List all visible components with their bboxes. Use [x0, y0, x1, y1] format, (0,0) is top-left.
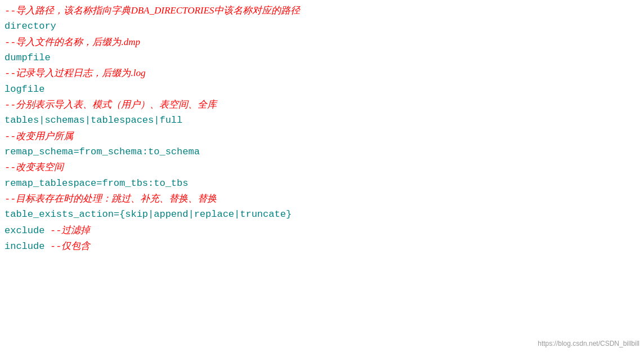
comment-prefix-16: -- — [50, 239, 61, 254]
code-text-12: remap_tablespace=from_tbs:to_tbs — [5, 176, 188, 191]
comment-prefix-9: -- — [5, 130, 16, 144]
comment-prefix-15: -- — [50, 224, 61, 238]
comment-text-7: 分别表示导入表、模式（用户）、表空间、全库 — [16, 97, 217, 112]
comment-prefix-5: -- — [5, 66, 16, 81]
code-text-8: tables|schemas|tablespaces|full — [5, 113, 182, 128]
content-area: --导入路径，该名称指向字典DBA_DIRECTORIES中该名称对应的路径 d… — [0, 0, 644, 259]
code-text-15: exclude — [5, 224, 44, 238]
line-15: exclude --过滤掉 — [5, 223, 639, 238]
watermark: https://blog.csdn.net/CSDN_billbill — [538, 340, 639, 347]
code-text-10: remap_schema=from_schema:to_schema — [5, 145, 200, 159]
code-text-16: include — [5, 239, 44, 254]
line-3: --导入文件的名称，后缀为.dmp — [5, 35, 639, 50]
comment-text-3: 导入文件的名称，后缀为.dmp — [16, 35, 140, 50]
comment-text-16: 仅包含 — [61, 239, 90, 253]
line-1: --导入路径，该名称指向字典DBA_DIRECTORIES中该名称对应的路径 — [5, 3, 639, 19]
line-4: dumpfile — [5, 51, 639, 65]
comment-text-9: 改变用户所属 — [16, 129, 73, 144]
line-11: --改变表空间 — [5, 160, 639, 175]
code-text-4: dumpfile — [5, 51, 51, 65]
comment-prefix-11: -- — [5, 161, 16, 175]
line-10: remap_schema=from_schema:to_schema — [5, 145, 639, 159]
comment-prefix-7: -- — [5, 98, 16, 113]
line-13: --目标表存在时的处理：跳过、补充、替换、替换 — [5, 191, 639, 207]
code-text-6: logfile — [5, 82, 44, 97]
comment-prefix-1: -- — [5, 4, 16, 19]
line-6: logfile — [5, 82, 639, 97]
code-text-2: directory — [5, 19, 56, 34]
comment-prefix-13: -- — [5, 192, 16, 207]
comment-text-15: 过滤掉 — [61, 223, 90, 238]
line-7: --分别表示导入表、模式（用户）、表空间、全库 — [5, 97, 639, 113]
line-12: remap_tablespace=from_tbs:to_tbs — [5, 176, 639, 191]
line-5: --记录导入过程日志，后缀为.log — [5, 66, 639, 81]
comment-text-1: 导入路径，该名称指向字典DBA_DIRECTORIES中该名称对应的路径 — [16, 3, 300, 18]
comment-text-11: 改变表空间 — [16, 160, 64, 175]
line-8: tables|schemas|tablespaces|full — [5, 113, 639, 128]
comment-text-5: 记录导入过程日志，后缀为.log — [16, 66, 145, 81]
line-16: include --仅包含 — [5, 239, 639, 254]
comment-prefix-3: -- — [5, 35, 16, 50]
line-9: --改变用户所属 — [5, 129, 639, 144]
code-text-14: table_exists_action={skip|append|replace… — [5, 207, 292, 222]
line-2: directory — [5, 19, 639, 34]
line-14: table_exists_action={skip|append|replace… — [5, 207, 639, 222]
comment-text-13: 目标表存在时的处理：跳过、补充、替换、替换 — [16, 191, 217, 206]
